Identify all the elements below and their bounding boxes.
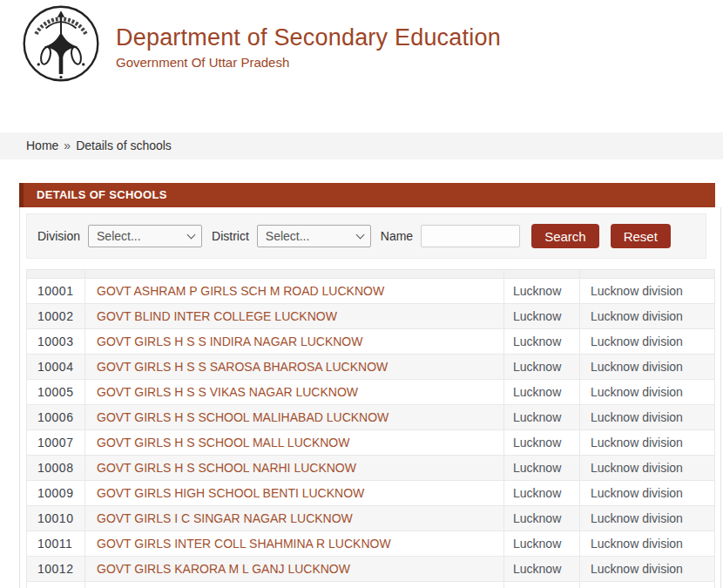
header-division <box>580 270 715 279</box>
school-code-cell <box>27 582 85 588</box>
school-district-cell: Lucknow <box>504 481 580 506</box>
table-row: 10012 GOVT GIRLS KARORA M L GANJ LUCKNOW… <box>27 557 715 582</box>
table-row: 10002 GOVT BLIND INTER COLLEGE LUCKNOW L… <box>27 304 715 329</box>
school-name-link[interactable]: GOVT GIRLS KARORA M L GANJ LUCKNOW <box>97 562 350 576</box>
breadcrumb: Home»Details of schools <box>0 132 723 159</box>
school-district-cell <box>504 582 580 588</box>
school-district-cell: Lucknow <box>504 557 580 582</box>
school-district-cell: Lucknow <box>504 355 580 380</box>
school-code-cell: 10006 <box>27 405 85 430</box>
school-district-cell: Lucknow <box>504 304 580 329</box>
school-code-cell: 10005 <box>27 380 85 405</box>
table-row: 10011 GOVT GIRLS INTER COLL SHAHMINA R L… <box>27 531 715 557</box>
school-name-cell: GOVT GIRLS INTER COLL SHAHMINA R LUCKNOW <box>85 531 504 557</box>
school-code-cell: 10003 <box>27 329 85 355</box>
school-code-cell: 10008 <box>27 456 85 481</box>
division-label: Division <box>37 229 80 243</box>
school-division-cell: Lucknow division <box>580 430 715 456</box>
school-name-cell: GOVT GIRLS H S SCHOOL NARHI LUCKNOW <box>85 456 504 481</box>
reset-button[interactable]: Reset <box>611 224 671 248</box>
district-select[interactable]: Select... <box>257 225 371 247</box>
table-row: 10001 GOVT ASHRAM P GIRLS SCH M ROAD LUC… <box>27 279 715 304</box>
table-row: 10009 GOVT GIRLS HIGH SCHOOL BENTI LUCKN… <box>27 481 715 506</box>
school-name-cell: GOVT GIRLS I C SINGAR NAGAR LUCKNOW <box>85 506 504 531</box>
school-name-cell <box>85 582 504 588</box>
school-division-cell: Lucknow division <box>580 380 715 405</box>
panel-body: Division Select... District Select... Na… <box>19 207 721 588</box>
division-select-wrap: Select... <box>88 225 202 247</box>
school-name-cell: GOVT GIRLS H S S INDIRA NAGAR LUCKNOW <box>85 329 504 355</box>
site-header: Department of Secondary Education Govern… <box>0 0 723 132</box>
school-district-cell: Lucknow <box>504 531 580 557</box>
school-code-cell: 10011 <box>27 531 85 557</box>
school-name-link[interactable]: GOVT BLIND INTER COLLEGE LUCKNOW <box>97 309 337 323</box>
school-code-cell: 10010 <box>27 506 85 531</box>
up-government-emblem-icon <box>21 3 101 84</box>
school-division-cell <box>580 582 715 588</box>
schools-table: 10001 GOVT ASHRAM P GIRLS SCH M ROAD LUC… <box>26 269 715 588</box>
table-row: 10005 GOVT GIRLS H S S VIKAS NAGAR LUCKN… <box>27 380 715 405</box>
search-button[interactable]: Search <box>531 224 599 248</box>
school-name-link[interactable]: GOVT GIRLS H S S VIKAS NAGAR LUCKNOW <box>97 385 358 399</box>
school-division-cell: Lucknow division <box>580 329 715 355</box>
schools-table-body: 10001 GOVT ASHRAM P GIRLS SCH M ROAD LUC… <box>27 279 715 588</box>
school-district-cell: Lucknow <box>504 329 580 355</box>
school-code-cell: 10009 <box>27 481 85 506</box>
table-row-partial <box>27 582 715 588</box>
school-name-link[interactable]: GOVT GIRLS H S SCHOOL NARHI LUCKNOW <box>97 461 356 475</box>
school-district-cell: Lucknow <box>504 456 580 481</box>
school-name-link[interactable]: GOVT ASHRAM P GIRLS SCH M ROAD LUCKNOW <box>97 284 384 298</box>
header-name <box>85 270 504 279</box>
school-name-link[interactable]: GOVT GIRLS H S SCHOOL MALL LUCKNOW <box>97 436 349 449</box>
school-code-cell: 10012 <box>27 557 85 582</box>
school-division-cell: Lucknow division <box>580 355 715 380</box>
name-input[interactable] <box>421 225 520 247</box>
table-row: 10006 GOVT GIRLS H S SCHOOL MALIHABAD LU… <box>27 405 715 430</box>
school-district-cell: Lucknow <box>504 279 580 304</box>
table-header-row <box>27 270 715 279</box>
school-division-cell: Lucknow division <box>580 456 715 481</box>
breadcrumb-home-link[interactable]: Home <box>26 139 58 152</box>
school-name-cell: GOVT GIRLS H S S VIKAS NAGAR LUCKNOW <box>85 380 504 405</box>
district-select-wrap: Select... <box>257 225 371 247</box>
table-row: 10004 GOVT GIRLS H S S SAROSA BHAROSA LU… <box>27 355 715 380</box>
district-label: District <box>212 229 249 243</box>
table-row: 10010 GOVT GIRLS I C SINGAR NAGAR LUCKNO… <box>27 506 715 531</box>
table-row: 10007 GOVT GIRLS H S SCHOOL MALL LUCKNOW… <box>27 430 715 456</box>
school-district-cell: Lucknow <box>504 506 580 531</box>
school-name-link[interactable]: GOVT GIRLS H S SCHOOL MALIHABAD LUCKNOW <box>97 410 389 424</box>
school-name-link[interactable]: GOVT GIRLS INTER COLL SHAHMINA R LUCKNOW <box>97 537 391 551</box>
school-name-cell: GOVT GIRLS KARORA M L GANJ LUCKNOW <box>85 557 504 582</box>
main-content: DETAILS OF SCHOOLS Division Select... Di… <box>19 183 721 588</box>
table-row: 10008 GOVT GIRLS H S SCHOOL NARHI LUCKNO… <box>27 456 715 481</box>
school-code-cell: 10004 <box>27 355 85 380</box>
school-name-cell: GOVT GIRLS HIGH SCHOOL BENTI LUCKNOW <box>85 481 504 506</box>
school-name-cell: GOVT GIRLS H S SCHOOL MALL LUCKNOW <box>85 430 504 456</box>
school-code-cell: 10002 <box>27 304 85 329</box>
header-code <box>27 270 85 279</box>
school-name-cell: GOVT GIRLS H S SCHOOL MALIHABAD LUCKNOW <box>85 405 504 430</box>
school-code-cell: 10001 <box>27 279 85 304</box>
school-division-cell: Lucknow division <box>580 531 715 557</box>
breadcrumb-separator: » <box>64 139 71 152</box>
school-name-cell: GOVT GIRLS H S S SAROSA BHAROSA LUCKNOW <box>85 355 504 380</box>
panel-title: DETAILS OF SCHOOLS <box>19 183 715 207</box>
table-row: 10003 GOVT GIRLS H S S INDIRA NAGAR LUCK… <box>27 329 715 355</box>
school-division-cell: Lucknow division <box>580 405 715 430</box>
title-block: Department of Secondary Education Govern… <box>116 24 501 70</box>
school-name-link[interactable]: GOVT GIRLS H S S INDIRA NAGAR LUCKNOW <box>97 335 362 348</box>
school-name-link[interactable]: GOVT GIRLS I C SINGAR NAGAR LUCKNOW <box>97 511 353 525</box>
division-select[interactable]: Select... <box>88 225 202 247</box>
school-district-cell: Lucknow <box>504 380 580 405</box>
school-district-cell: Lucknow <box>504 405 580 430</box>
school-name-link[interactable]: GOVT GIRLS HIGH SCHOOL BENTI LUCKNOW <box>97 486 364 500</box>
school-division-cell: Lucknow division <box>580 304 715 329</box>
school-name-link[interactable]: GOVT GIRLS H S S SAROSA BHAROSA LUCKNOW <box>97 360 388 374</box>
school-division-cell: Lucknow division <box>580 279 715 304</box>
header-district <box>504 270 580 279</box>
page-title: Department of Secondary Education <box>116 24 501 51</box>
school-division-cell: Lucknow division <box>580 506 715 531</box>
school-district-cell: Lucknow <box>504 430 580 456</box>
name-label: Name <box>381 229 413 243</box>
school-code-cell: 10007 <box>27 430 85 456</box>
